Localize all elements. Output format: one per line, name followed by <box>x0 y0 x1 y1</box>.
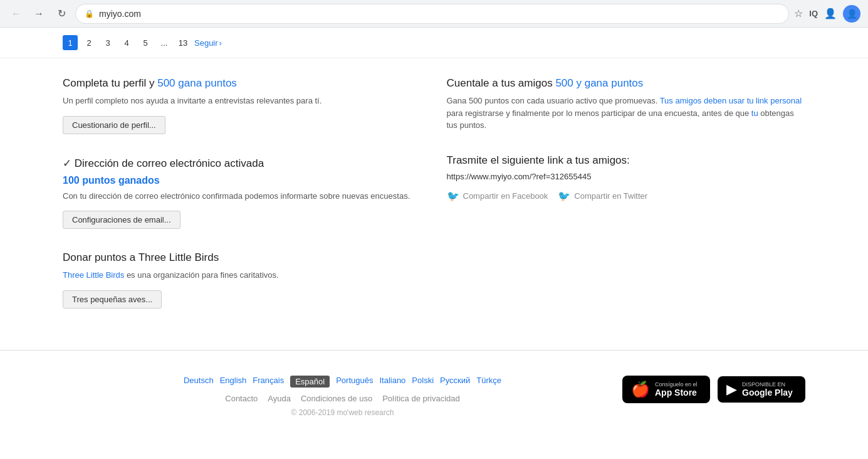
footer-links: Contacto Ayuda Condiciones de uso Políti… <box>63 394 622 403</box>
address-bar[interactable]: 🔒 myiyo.com <box>75 4 789 24</box>
donate-link: Three Little Birds <box>63 270 124 280</box>
email-subtitle: Con tu dirección de correo electrónico c… <box>63 190 422 203</box>
back-button[interactable]: ← <box>8 5 25 23</box>
profile-section: Completa tu perfil y 500 gana puntos Un … <box>63 77 422 134</box>
browser-chrome: ← → ↻ 🔒 myiyo.com ☆ IQ 👤 👤 <box>0 0 868 28</box>
lock-icon: 🔒 <box>85 9 94 18</box>
donate-rest: es una organización para fines caritativ… <box>124 270 278 280</box>
footer-link-condiciones[interactable]: Condiciones de uso <box>301 394 372 403</box>
email-title: Dirección de correo electrónico activada <box>71 157 264 169</box>
page-1[interactable]: 1 <box>63 35 78 50</box>
seguir-label: Seguir <box>194 38 218 48</box>
google-play-badge[interactable]: ▶ DISPONIBLE EN Google Play <box>718 376 805 403</box>
checkmark-icon: ✓ <box>63 157 71 169</box>
points-earned: 100 puntos ganados <box>63 175 422 186</box>
facebook-label: Compartir en Facebook <box>463 191 548 201</box>
apple-icon: 🍎 <box>631 381 650 398</box>
lang-russian[interactable]: Русский <box>440 376 470 388</box>
lang-polski[interactable]: Polski <box>412 376 434 388</box>
footer-left: Deutsch English Français Español Portugu… <box>63 376 622 417</box>
google-play-text: DISPONIBLE EN Google Play <box>742 381 793 398</box>
google-play-sub: DISPONIBLE EN <box>742 381 793 388</box>
google-play-icon: ▶ <box>726 381 737 398</box>
footer-link-ayuda[interactable]: Ayuda <box>268 394 291 403</box>
bookmark-icon[interactable]: ☆ <box>794 8 803 19</box>
main-content: Completa tu perfil y 500 gana puntos Un … <box>0 58 868 350</box>
lang-espanol[interactable]: Español <box>290 376 330 388</box>
referral-intro-title: Cuentale a tus amigos 500 y gana puntos <box>447 77 806 90</box>
facebook-icon: 🐦 <box>447 190 459 202</box>
referral-title-plain: Cuentale a tus amigos <box>447 77 556 89</box>
footer-link-politica[interactable]: Política de privacidad <box>382 394 460 403</box>
lang-turkce[interactable]: Türkçe <box>476 376 501 388</box>
pagination: 1 2 3 4 5 ... 13 Seguir › <box>0 28 868 58</box>
footer: Deutsch English Français Español Portugu… <box>0 350 868 430</box>
donate-subtitle: Three Little Birds es una organización p… <box>63 269 422 282</box>
page-4[interactable]: 4 <box>119 35 134 50</box>
email-section: ✓ Dirección de correo electrónico activa… <box>63 157 422 230</box>
referral-intro-section: Cuentale a tus amigos 500 y gana puntos … <box>447 77 806 132</box>
referral-intro-subtitle: Gana 500 puntos con cada usuario activo … <box>447 95 806 132</box>
footer-link-contacto[interactable]: Contacto <box>225 394 258 403</box>
referral-link-section: Trasmite el siguiente link a tus amigos:… <box>447 154 806 202</box>
footer-bottom: Deutsch English Français Español Portugu… <box>63 363 805 417</box>
twitter-label: Compartir en Twitter <box>574 191 647 201</box>
page-2[interactable]: 2 <box>81 35 97 50</box>
referral-url: https://www.myiyo.com/?ref=312655445 <box>447 172 806 181</box>
referral-title-highlight: 500 y gana puntos <box>555 77 643 89</box>
facebook-share-button[interactable]: 🐦 Compartir en Facebook <box>447 190 548 202</box>
avatar-icon[interactable]: 👤 <box>843 5 860 23</box>
footer-copyright: © 2006-2019 mo'web research <box>63 408 622 417</box>
url-text: myiyo.com <box>99 9 141 19</box>
lang-deutsch[interactable]: Deutsch <box>184 376 214 388</box>
app-store-sub: Consíguelo en el <box>655 381 698 388</box>
google-play-main: Google Play <box>742 388 793 398</box>
left-column: Completa tu perfil y 500 gana puntos Un … <box>63 77 422 331</box>
app-store-badge[interactable]: 🍎 Consíguelo en el App Store <box>622 376 710 403</box>
lang-francais[interactable]: Français <box>253 376 284 388</box>
donate-section-title: Donar puntos a Three Little Birds <box>63 251 422 264</box>
seguir-button[interactable]: Seguir › <box>194 38 222 48</box>
social-share: 🐦 Compartir en Facebook 🐦 Compartir en T… <box>447 190 806 202</box>
page-3[interactable]: 3 <box>100 35 115 50</box>
app-store-text: Consíguelo en el App Store <box>655 381 698 398</box>
seguir-arrow: › <box>219 38 222 48</box>
page-dots: ... <box>157 35 172 50</box>
profile-title-highlight: 500 gana puntos <box>157 77 237 89</box>
lang-english[interactable]: English <box>220 376 247 388</box>
profile-title-plain: Completa tu perfil y <box>63 77 157 89</box>
lang-portugues[interactable]: Português <box>336 376 373 388</box>
referral-sub-link2: tu <box>751 108 758 118</box>
app-store-main: App Store <box>655 388 698 398</box>
referral-sub1: Gana 500 puntos con cada usuario activo … <box>447 96 660 105</box>
lang-italiano[interactable]: Italiano <box>379 376 405 388</box>
donate-section: Donar puntos a Three Little Birds Three … <box>63 251 422 309</box>
browser-actions: ☆ IQ 👤 👤 <box>794 5 860 23</box>
email-settings-button[interactable]: Configuraciones de email... <box>63 211 180 229</box>
profile-subtitle: Un perfil completo nos ayuda a invitarte… <box>63 95 422 107</box>
right-column: Cuentale a tus amigos 500 y gana puntos … <box>447 77 806 331</box>
referral-sub2: para registrarse y finalmente por lo men… <box>447 108 751 118</box>
footer-languages: Deutsch English Français Español Portugu… <box>63 376 622 388</box>
reload-button[interactable]: ↻ <box>53 5 70 23</box>
footer-app-badges: 🍎 Consíguelo en el App Store ▶ DISPONIBL… <box>622 376 805 403</box>
iq-badge[interactable]: IQ <box>809 9 818 18</box>
referral-link-title: Trasmite el siguiente link a tus amigos: <box>447 154 806 167</box>
email-section-title: ✓ Dirección de correo electrónico activa… <box>63 157 422 170</box>
referral-sub-link1: Tus amigos deben usar tu link personal <box>660 96 802 105</box>
donate-button[interactable]: Tres pequeñas aves... <box>63 290 162 309</box>
page-5[interactable]: 5 <box>138 35 153 50</box>
page-13[interactable]: 13 <box>175 35 191 50</box>
profile-section-title: Completa tu perfil y 500 gana puntos <box>63 77 422 90</box>
forward-button[interactable]: → <box>30 5 48 23</box>
account-icon[interactable]: 👤 <box>824 8 837 19</box>
profile-questionnaire-button[interactable]: Cuestionario de perfil... <box>63 116 165 134</box>
twitter-share-button[interactable]: 🐦 Compartir en Twitter <box>558 190 647 202</box>
twitter-icon: 🐦 <box>558 190 570 202</box>
